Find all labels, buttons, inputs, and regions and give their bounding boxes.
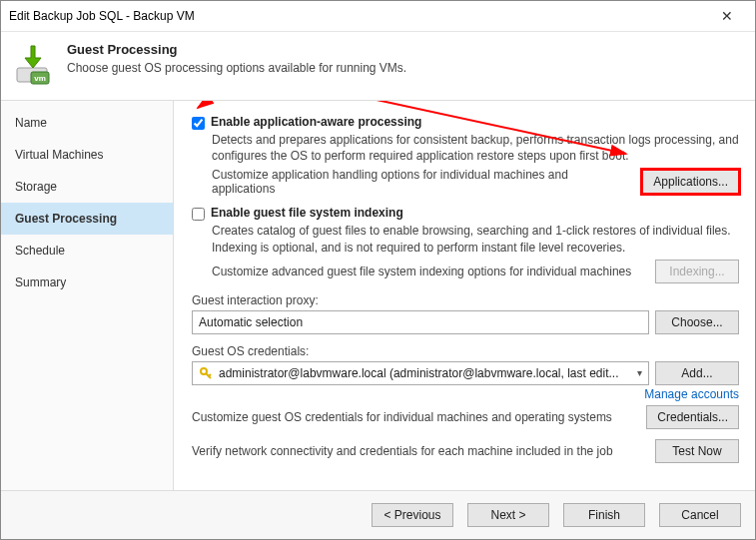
page-title: Guest Processing <box>67 42 406 57</box>
sidebar-item-schedule[interactable]: Schedule <box>1 235 173 267</box>
guest-processing-icon: vm <box>13 42 57 86</box>
previous-button[interactable]: < Previous <box>372 503 453 527</box>
cancel-button[interactable]: Cancel <box>659 503 741 527</box>
wizard-footer: < Previous Next > Finish Cancel <box>1 490 755 539</box>
choose-proxy-button[interactable]: Choose... <box>655 310 739 334</box>
sidebar-item-storage[interactable]: Storage <box>1 171 173 203</box>
add-credentials-button[interactable]: Add... <box>655 361 739 385</box>
applications-button[interactable]: Applications... <box>642 170 739 194</box>
window-title: Edit Backup Job SQL - Backup VM <box>9 9 707 23</box>
page-subtitle: Choose guest OS processing options avail… <box>67 61 406 75</box>
wizard-header: vm Guest Processing Choose guest OS proc… <box>1 32 755 100</box>
svg-line-3 <box>198 101 250 108</box>
app-aware-section: Enable application-aware processing Dete… <box>192 115 739 196</box>
enable-app-aware-checkbox[interactable]: Enable application-aware processing <box>192 115 739 130</box>
manage-accounts-link[interactable]: Manage accounts <box>644 387 739 401</box>
app-aware-customize-label: Customize application handling options f… <box>212 168 636 196</box>
credentials-section: Guest OS credentials: administrator@labv… <box>192 344 739 401</box>
credentials-select[interactable]: administrator@labvmware.local (administr… <box>192 361 649 385</box>
app-aware-description: Detects and prepares applications for co… <box>212 132 739 164</box>
proxy-label: Guest interaction proxy: <box>192 293 739 307</box>
indexing-button: Indexing... <box>655 260 739 283</box>
credentials-button[interactable]: Credentials... <box>646 405 739 429</box>
close-icon[interactable]: ✕ <box>707 8 747 24</box>
verify-label: Verify network connectivity and credenti… <box>192 444 649 458</box>
finish-button[interactable]: Finish <box>563 503 645 527</box>
sidebar-item-summary[interactable]: Summary <box>1 267 173 298</box>
sidebar-item-guest-processing[interactable]: Guest Processing <box>1 203 173 235</box>
content-panel: Enable application-aware processing Dete… <box>174 101 755 490</box>
wizard-sidebar: Name Virtual Machines Storage Guest Proc… <box>1 101 174 490</box>
titlebar: Edit Backup Job SQL - Backup VM ✕ <box>1 1 755 32</box>
sidebar-item-name[interactable]: Name <box>1 107 173 139</box>
sidebar-item-virtual-machines[interactable]: Virtual Machines <box>1 139 173 171</box>
svg-text:vm: vm <box>34 74 46 83</box>
enable-indexing-checkbox[interactable]: Enable guest file system indexing <box>192 206 739 221</box>
proxy-section: Guest interaction proxy: Automatic selec… <box>192 293 739 334</box>
indexing-customize-label: Customize advanced guest file system ind… <box>212 265 649 278</box>
key-icon <box>199 366 213 380</box>
test-now-button[interactable]: Test Now <box>655 439 739 463</box>
indexing-section: Enable guest file system indexing Create… <box>192 206 739 282</box>
next-button[interactable]: Next > <box>467 503 549 527</box>
customize-credentials-label: Customize guest OS credentials for indiv… <box>192 410 640 424</box>
dialog-window: Edit Backup Job SQL - Backup VM ✕ vm Gue… <box>0 0 756 540</box>
indexing-description: Creates catalog of guest files to enable… <box>212 223 739 255</box>
credentials-label: Guest OS credentials: <box>192 344 739 358</box>
proxy-field[interactable]: Automatic selection <box>192 310 649 334</box>
